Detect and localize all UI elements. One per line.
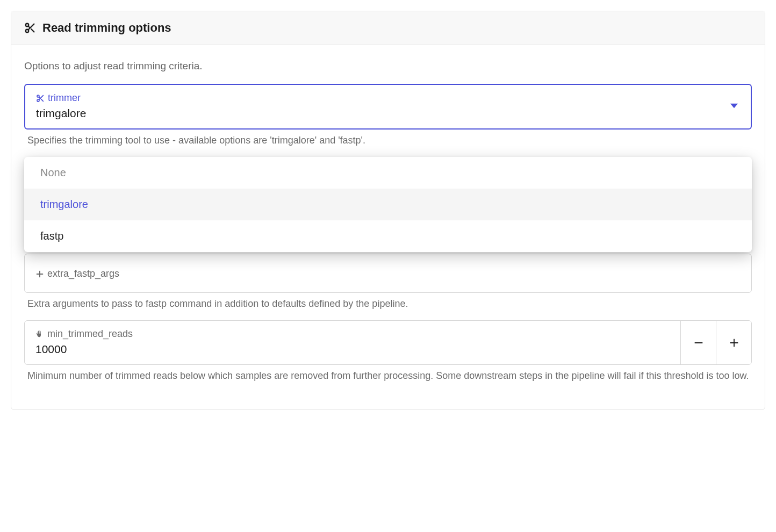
section-description: Options to adjust read trimming criteria…	[24, 60, 752, 72]
panel-title: Read trimming options	[42, 21, 171, 35]
trimmer-dropdown-menu: None trimgalore fastp	[24, 157, 752, 252]
trimmer-value: trimgalore	[36, 107, 740, 120]
svg-line-4	[28, 26, 30, 28]
minus-icon	[693, 337, 705, 349]
increment-button[interactable]	[716, 321, 751, 364]
svg-line-3	[31, 29, 34, 32]
trimmer-help: Specifies the trimming tool to use - ava…	[24, 135, 752, 146]
min-trimmed-reads-value: 10000	[35, 343, 670, 356]
scissors-icon	[36, 94, 45, 103]
trimmer-label-row: trimmer	[36, 92, 740, 104]
svg-line-8	[41, 99, 44, 101]
extra-fastp-args-label: extra_fastp_args	[47, 268, 119, 279]
trimmer-option-none[interactable]: None	[24, 157, 752, 189]
trimmer-select[interactable]: trimmer trimgalore	[24, 84, 752, 130]
scissors-icon	[24, 22, 36, 34]
min-trimmed-reads-label: min_trimmed_reads	[47, 328, 133, 340]
extra-fastp-args-field[interactable]: extra_fastp_args	[24, 254, 752, 293]
plus-icon	[728, 337, 740, 349]
min-trimmed-reads-label-row: min_trimmed_reads	[35, 328, 670, 340]
extra-fastp-args-field-group: extra_fastp_args Extra arguments to pass…	[24, 254, 752, 310]
trimmer-option-trimgalore[interactable]: trimgalore	[24, 189, 752, 220]
panel-body: Options to adjust read trimming criteria…	[11, 45, 765, 409]
trimmer-label: trimmer	[48, 92, 81, 104]
svg-line-9	[39, 97, 40, 98]
decrement-button[interactable]	[680, 321, 716, 364]
trimmer-field-group: trimmer trimgalore Specifies the trimmin…	[24, 84, 752, 146]
trimmer-option-fastp[interactable]: fastp	[24, 220, 752, 252]
panel-header: Read trimming options	[11, 11, 765, 45]
min-trimmed-reads-help: Minimum number of trimmed reads below wh…	[24, 370, 752, 382]
min-trimmed-reads-input[interactable]: min_trimmed_reads 10000	[25, 321, 680, 364]
plus-icon	[35, 270, 44, 278]
extra-fastp-args-label-row: extra_fastp_args	[35, 268, 741, 279]
read-trimming-panel: Read trimming options Options to adjust …	[11, 11, 765, 410]
min-trimmed-reads-field: min_trimmed_reads 10000	[24, 320, 752, 365]
hand-icon	[35, 330, 44, 339]
extra-fastp-args-help: Extra arguments to pass to fastp command…	[24, 298, 752, 310]
min-trimmed-reads-field-group: min_trimmed_reads 10000 Minimum number	[24, 320, 752, 382]
chevron-down-icon	[730, 102, 738, 112]
